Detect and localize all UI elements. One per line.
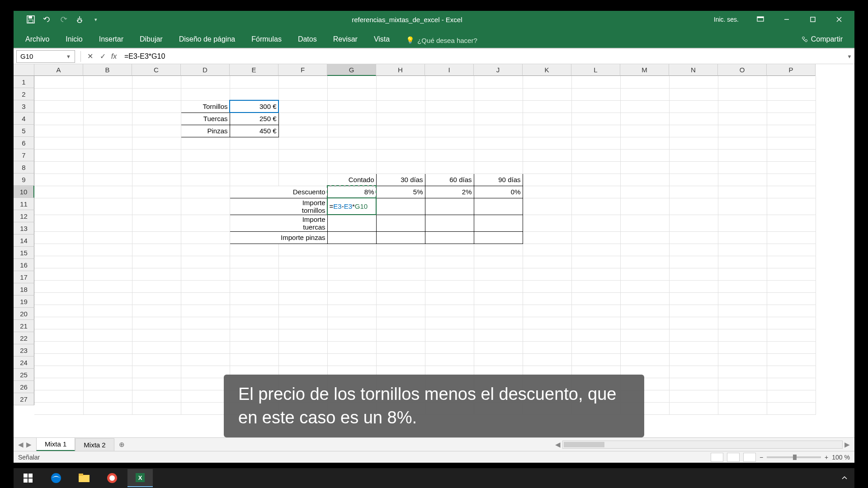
cell-K13[interactable] bbox=[523, 231, 571, 244]
sheet-nav[interactable]: ◀ ▶ bbox=[14, 441, 36, 449]
cell-J3[interactable] bbox=[474, 100, 523, 113]
cell-F2[interactable] bbox=[278, 88, 327, 100]
cell-A17[interactable] bbox=[34, 280, 83, 292]
cell-L16[interactable] bbox=[571, 268, 620, 280]
row-header-7[interactable]: 7 bbox=[14, 149, 34, 161]
cell-L8[interactable] bbox=[571, 161, 620, 174]
cell-G5[interactable] bbox=[327, 125, 376, 137]
cell-N24[interactable] bbox=[669, 366, 718, 378]
col-header-J[interactable]: J bbox=[474, 64, 523, 76]
cell-I17[interactable] bbox=[425, 280, 474, 292]
cell-A16[interactable] bbox=[34, 268, 83, 280]
cell-A3[interactable] bbox=[34, 100, 83, 113]
cell-N18[interactable] bbox=[669, 292, 718, 305]
cell-K21[interactable] bbox=[523, 329, 571, 341]
cell-F20[interactable] bbox=[278, 317, 327, 329]
cell-D5[interactable]: Pinzas bbox=[181, 125, 230, 137]
sheet-prev-icon[interactable]: ◀ bbox=[18, 441, 24, 449]
cell-M10[interactable] bbox=[620, 186, 669, 198]
app-icon-1[interactable] bbox=[99, 469, 125, 487]
cell-O27[interactable] bbox=[718, 402, 767, 414]
cell-N8[interactable] bbox=[669, 161, 718, 174]
cell-M20[interactable] bbox=[620, 317, 669, 329]
cell-B22[interactable] bbox=[83, 341, 132, 353]
cell-D20[interactable] bbox=[181, 317, 230, 329]
cell-O17[interactable] bbox=[718, 280, 767, 292]
cell-D25[interactable] bbox=[181, 378, 230, 390]
cell-L18[interactable] bbox=[571, 292, 620, 305]
cell-A19[interactable] bbox=[34, 305, 83, 317]
cell-F17[interactable] bbox=[278, 280, 327, 292]
signin-link[interactable]: Inic. ses. bbox=[714, 16, 739, 23]
chevron-down-icon[interactable]: ▼ bbox=[66, 54, 71, 59]
row-header-15[interactable]: 15 bbox=[14, 247, 34, 259]
cell-K9[interactable] bbox=[523, 174, 571, 186]
cell-H16[interactable] bbox=[376, 268, 425, 280]
cell-D7[interactable] bbox=[181, 149, 230, 161]
cell-H11[interactable] bbox=[376, 198, 425, 215]
cell-F8[interactable] bbox=[278, 161, 327, 174]
cell-G12[interactable] bbox=[327, 215, 376, 231]
col-header-P[interactable]: P bbox=[767, 64, 816, 76]
cell-O7[interactable] bbox=[718, 149, 767, 161]
cell-O26[interactable] bbox=[718, 390, 767, 402]
cell-M16[interactable] bbox=[620, 268, 669, 280]
row-header-22[interactable]: 22 bbox=[14, 332, 34, 344]
cell-M22[interactable] bbox=[620, 341, 669, 353]
col-header-M[interactable]: M bbox=[620, 64, 669, 76]
cell-E2[interactable] bbox=[230, 88, 278, 100]
cell-D27[interactable] bbox=[181, 402, 230, 414]
cell-O16[interactable] bbox=[718, 268, 767, 280]
col-header-L[interactable]: L bbox=[571, 64, 620, 76]
maximize-icon[interactable] bbox=[805, 13, 821, 26]
cell-L20[interactable] bbox=[571, 317, 620, 329]
cell-B9[interactable] bbox=[83, 174, 132, 186]
cell-F18[interactable] bbox=[278, 292, 327, 305]
cell-H2[interactable] bbox=[376, 88, 425, 100]
cell-G2[interactable] bbox=[327, 88, 376, 100]
cell-H9[interactable]: 30 días bbox=[376, 174, 425, 186]
edge-icon[interactable] bbox=[43, 469, 69, 487]
cell-G19[interactable] bbox=[327, 305, 376, 317]
cell-J15[interactable] bbox=[474, 256, 523, 268]
cell-H15[interactable] bbox=[376, 256, 425, 268]
horizontal-scrollbar[interactable] bbox=[562, 441, 843, 449]
cell-N19[interactable] bbox=[669, 305, 718, 317]
cell-G10[interactable]: 8% bbox=[327, 186, 376, 198]
cell-M4[interactable] bbox=[620, 113, 669, 125]
sheet-tab-mixta1[interactable]: Mixta 1 bbox=[36, 437, 75, 451]
cell-G6[interactable] bbox=[327, 137, 376, 149]
cell-C3[interactable] bbox=[132, 100, 181, 113]
cell-K19[interactable] bbox=[523, 305, 571, 317]
row-header-4[interactable]: 4 bbox=[14, 113, 34, 125]
cell-P19[interactable] bbox=[767, 305, 816, 317]
cell-B27[interactable] bbox=[83, 402, 132, 414]
cell-A8[interactable] bbox=[34, 161, 83, 174]
cell-E13[interactable] bbox=[230, 231, 278, 244]
cell-O10[interactable] bbox=[718, 186, 767, 198]
col-header-C[interactable]: C bbox=[132, 64, 181, 76]
cell-J9[interactable]: 90 días bbox=[474, 174, 523, 186]
cell-C1[interactable] bbox=[132, 76, 181, 88]
cell-E14[interactable] bbox=[230, 244, 278, 256]
cell-B10[interactable] bbox=[83, 186, 132, 198]
cell-I2[interactable] bbox=[425, 88, 474, 100]
cell-E6[interactable] bbox=[230, 137, 278, 149]
sheet-next-icon[interactable]: ▶ bbox=[26, 441, 32, 449]
cell-M9[interactable] bbox=[620, 174, 669, 186]
cell-C2[interactable] bbox=[132, 88, 181, 100]
cell-A13[interactable] bbox=[34, 231, 83, 244]
cell-H6[interactable] bbox=[376, 137, 425, 149]
cell-K11[interactable] bbox=[523, 198, 571, 215]
cell-L10[interactable] bbox=[571, 186, 620, 198]
cell-H13[interactable] bbox=[376, 231, 425, 244]
cell-M21[interactable] bbox=[620, 329, 669, 341]
cell-E15[interactable] bbox=[230, 256, 278, 268]
cell-F15[interactable] bbox=[278, 256, 327, 268]
cell-O8[interactable] bbox=[718, 161, 767, 174]
cell-H19[interactable] bbox=[376, 305, 425, 317]
cell-P15[interactable] bbox=[767, 256, 816, 268]
col-header-B[interactable]: B bbox=[83, 64, 132, 76]
cell-P9[interactable] bbox=[767, 174, 816, 186]
cell-I15[interactable] bbox=[425, 256, 474, 268]
